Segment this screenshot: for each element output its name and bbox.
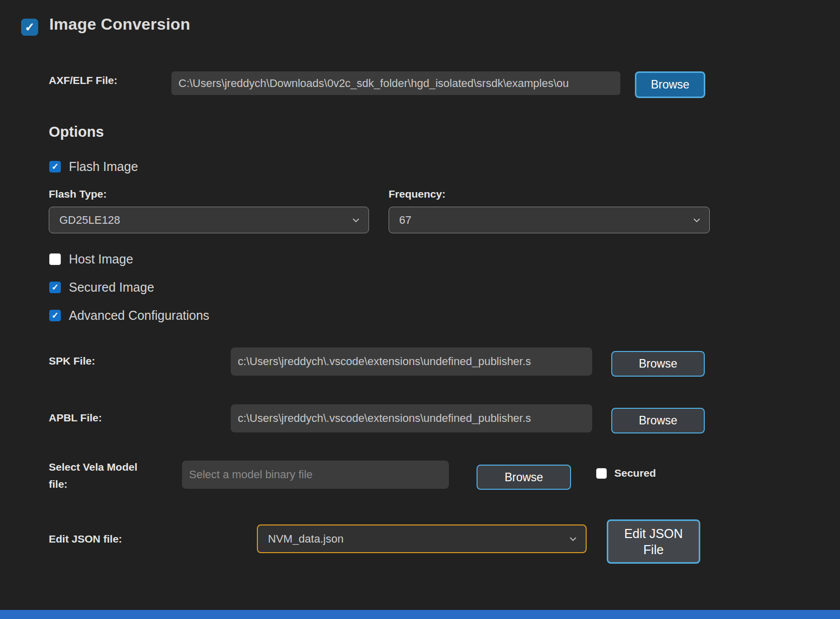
flash-type-value: GD25LE128 bbox=[59, 214, 120, 227]
frequency-select[interactable]: 67 bbox=[389, 207, 710, 233]
chevron-down-icon bbox=[569, 535, 578, 544]
vela-secured-checkbox[interactable]: ✓ bbox=[596, 468, 607, 479]
apbl-file-input[interactable] bbox=[231, 404, 592, 432]
check-icon: ✓ bbox=[51, 162, 58, 171]
check-icon: ✓ bbox=[51, 283, 58, 292]
host-image-checkbox[interactable]: ✓ bbox=[49, 253, 61, 265]
vela-model-file-label: Select Vela Model file: bbox=[49, 459, 157, 492]
bottom-accent-bar bbox=[0, 610, 840, 619]
flash-image-checkbox[interactable]: ✓ bbox=[49, 161, 61, 172]
secured-image-checkbox[interactable]: ✓ bbox=[49, 282, 61, 293]
axf-elf-file-label: AXF/ELF File: bbox=[49, 74, 118, 86]
vela-model-file-input[interactable] bbox=[182, 461, 449, 489]
apbl-browse-button[interactable]: Browse bbox=[611, 408, 705, 433]
edit-json-file-label: Edit JSON file: bbox=[49, 533, 122, 545]
host-image-label: Host Image bbox=[69, 252, 133, 267]
apbl-file-label: APBL File: bbox=[49, 412, 102, 424]
axf-browse-button[interactable]: Browse bbox=[635, 71, 705, 98]
edit-json-value: NVM_data.json bbox=[268, 533, 343, 546]
image-conversion-checkbox[interactable]: ✓ bbox=[21, 19, 38, 36]
check-icon: ✓ bbox=[25, 21, 35, 33]
advanced-configurations-label: Advanced Configurations bbox=[69, 308, 209, 323]
chevron-down-icon bbox=[351, 216, 360, 225]
spk-browse-button[interactable]: Browse bbox=[611, 351, 705, 377]
advanced-configurations-checkbox[interactable]: ✓ bbox=[49, 310, 61, 321]
frequency-label: Frequency: bbox=[389, 188, 445, 200]
edit-json-select[interactable]: NVM_data.json bbox=[257, 524, 587, 553]
spk-file-label: SPK File: bbox=[49, 355, 95, 367]
chevron-down-icon bbox=[692, 216, 701, 225]
edit-json-file-button[interactable]: Edit JSON File bbox=[607, 519, 700, 564]
options-heading: Options bbox=[49, 124, 104, 140]
frequency-value: 67 bbox=[399, 214, 411, 227]
flash-type-select[interactable]: GD25LE128 bbox=[49, 207, 369, 233]
image-conversion-panel: ✓ Image Conversion AXF/ELF File: Browse … bbox=[0, 0, 840, 619]
check-icon: ✓ bbox=[51, 311, 58, 320]
spk-file-input[interactable] bbox=[231, 347, 592, 376]
axf-elf-file-input[interactable] bbox=[171, 71, 620, 95]
flash-image-label: Flash Image bbox=[69, 159, 138, 174]
vela-browse-button[interactable]: Browse bbox=[477, 465, 571, 490]
flash-type-label: Flash Type: bbox=[49, 188, 107, 200]
page-title: Image Conversion bbox=[49, 15, 191, 34]
secured-image-label: Secured Image bbox=[69, 280, 154, 295]
vela-secured-label: Secured bbox=[614, 467, 656, 479]
